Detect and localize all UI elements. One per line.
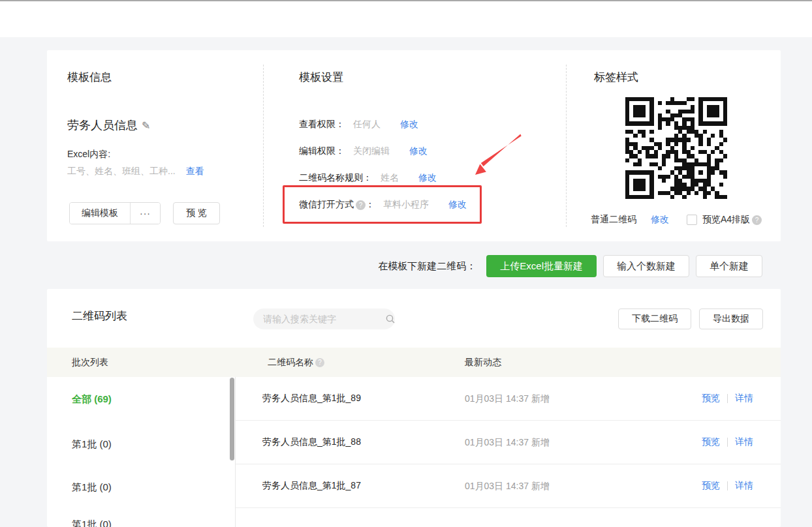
search-icon[interactable]: [385, 314, 396, 324]
table-row: 劳务人员信息_第1批_87 01月03日 14:37 新增 预览详情: [236, 464, 781, 508]
table-row: 劳务人员信息_第1批_89 01月03日 14:37 新增 预览详情: [236, 377, 781, 421]
setting-row-edit-permission: 编辑权限： 关闭编辑 修改: [299, 145, 428, 158]
setting-row-name-rule: 二维码名称规则： 姓名 修改: [299, 172, 437, 185]
setting-value: 任何人: [353, 119, 381, 130]
qr-rows: 劳务人员信息_第1批_89 01月03日 14:37 新增 预览详情 劳务人员信…: [236, 377, 781, 527]
link-divider: [727, 438, 728, 447]
help-icon[interactable]: ?: [315, 358, 324, 367]
label-style-row: 普通二维码 修改 预览A4排版 ?: [591, 214, 762, 226]
qr-name: 劳务人员信息_第1批_89: [262, 393, 361, 404]
modify-style-link[interactable]: 修改: [651, 214, 669, 226]
search-input[interactable]: [253, 309, 385, 329]
divider: [566, 65, 567, 227]
qr-type-text: 普通二维码: [591, 214, 636, 226]
link-divider: [727, 394, 728, 403]
help-icon[interactable]: ?: [356, 200, 366, 210]
create-bar: 在模板下新建二维码： 上传Excel批量新建 输入个数新建 单个新建: [378, 255, 762, 277]
link-divider: [727, 481, 728, 490]
modify-link[interactable]: 修改: [400, 119, 418, 130]
modify-link[interactable]: 修改: [409, 145, 428, 157]
template-buttons: 编辑模板 ··· 预 览: [69, 202, 220, 224]
excel-fields-text: 工号、姓名、班组、工种...: [67, 166, 176, 176]
setting-value: 姓名: [381, 172, 399, 184]
qr-activity: 01月03日 14:37 新增: [465, 481, 550, 492]
batch-item[interactable]: 第1批 (0): [72, 481, 112, 494]
column-latest-activity: 最新动态: [465, 348, 501, 377]
view-link[interactable]: 查看: [186, 166, 204, 176]
table-row: 劳务人员信息_第1批_88 01月03日 14:37 新增 预览详情: [236, 421, 781, 464]
qr-name: 劳务人员信息_第1批_87: [262, 480, 361, 492]
preview-button[interactable]: 预 览: [173, 202, 220, 224]
divider: [263, 65, 264, 227]
edit-template-button-group: 编辑模板 ···: [69, 202, 161, 224]
template-card: 模板信息 劳务人员信息✎ Excel内容: 工号、姓名、班组、工种...查看 编…: [47, 50, 781, 241]
column-qr-name-text: 二维码名称: [268, 348, 313, 377]
column-batch-list: 批次列表: [72, 348, 108, 377]
search-box: [253, 309, 395, 329]
setting-label: 查看权限：: [299, 119, 345, 130]
setting-row-view-permission: 查看权限： 任何人 修改: [299, 118, 418, 131]
detail-link[interactable]: 详情: [735, 436, 753, 448]
column-qr-name: 二维码名称?: [268, 348, 324, 377]
template-info-title: 模板信息: [67, 70, 112, 85]
batch-item-all[interactable]: 全部 (69): [72, 393, 112, 406]
template-name-text: 劳务人员信息: [67, 119, 138, 132]
download-qr-button[interactable]: 下载二维码: [618, 309, 691, 329]
qr-name: 劳务人员信息_第1批_88: [262, 436, 361, 448]
batch-list-scrollbar[interactable]: [230, 378, 234, 460]
setting-row-wechat-open-mode: 微信打开方式 ? ： 草料小程序 修改: [299, 198, 467, 211]
qr-code-image: [620, 92, 732, 204]
edit-name-icon[interactable]: ✎: [142, 119, 150, 132]
detail-link[interactable]: 详情: [735, 393, 753, 404]
row-links: 预览详情: [702, 393, 753, 404]
excel-fields: 工号、姓名、班组、工种...查看: [67, 166, 204, 177]
create-single-button[interactable]: 单个新建: [696, 255, 762, 277]
preview-link[interactable]: 预览: [702, 393, 720, 404]
modify-link[interactable]: 修改: [448, 199, 467, 211]
qr-activity: 01月03日 14:37 新增: [465, 437, 550, 449]
batch-item[interactable]: 第1批 (0): [72, 519, 112, 527]
create-by-count-button[interactable]: 输入个数新建: [603, 255, 689, 277]
label-style-title: 标签样式: [594, 70, 638, 85]
setting-value: 关闭编辑: [353, 145, 390, 157]
upload-excel-batch-create-button[interactable]: 上传Excel批量新建: [486, 255, 597, 277]
template-name: 劳务人员信息✎: [67, 117, 150, 133]
excel-content-label: Excel内容:: [67, 149, 110, 160]
table-row: [236, 508, 781, 527]
export-data-button[interactable]: 导出数据: [699, 309, 763, 329]
create-bar-label: 在模板下新建二维码：: [378, 260, 476, 273]
detail-link[interactable]: 详情: [735, 480, 753, 492]
table-header: 批次列表 二维码名称? 最新动态: [47, 348, 781, 377]
edit-template-button[interactable]: 编辑模板: [70, 203, 130, 224]
setting-label: 编辑权限：: [299, 145, 345, 157]
qr-code-svg: [625, 97, 727, 199]
preview-link[interactable]: 预览: [702, 480, 720, 492]
setting-colon: ：: [366, 199, 375, 211]
page: 模板信息 劳务人员信息✎ Excel内容: 工号、姓名、班组、工种...查看 编…: [0, 0, 812, 527]
qr-list-title: 二维码列表: [72, 309, 127, 324]
qr-activity: 01月03日 14:37 新增: [465, 393, 550, 405]
row-links: 预览详情: [702, 480, 753, 492]
header-strip: [0, 0, 812, 37]
a4-preview-label: 预览A4排版: [702, 214, 750, 226]
row-links: 预览详情: [702, 436, 753, 448]
help-icon[interactable]: ?: [752, 215, 762, 225]
list-action-buttons: 下载二维码 导出数据: [618, 309, 763, 329]
setting-label: 微信打开方式: [299, 199, 354, 211]
setting-label: 二维码名称规则：: [299, 172, 372, 184]
template-settings-title: 模板设置: [299, 70, 343, 85]
qr-list-card: 二维码列表 下载二维码 导出数据 批次列表 二维码名称? 最新动态 全部 (69…: [47, 289, 781, 527]
more-actions-button[interactable]: ···: [130, 203, 160, 224]
batch-item[interactable]: 第1批 (0): [72, 438, 112, 451]
setting-value: 草料小程序: [383, 199, 429, 211]
a4-preview-checkbox[interactable]: [687, 215, 697, 225]
preview-link[interactable]: 预览: [702, 436, 720, 448]
modify-link[interactable]: 修改: [418, 172, 437, 184]
